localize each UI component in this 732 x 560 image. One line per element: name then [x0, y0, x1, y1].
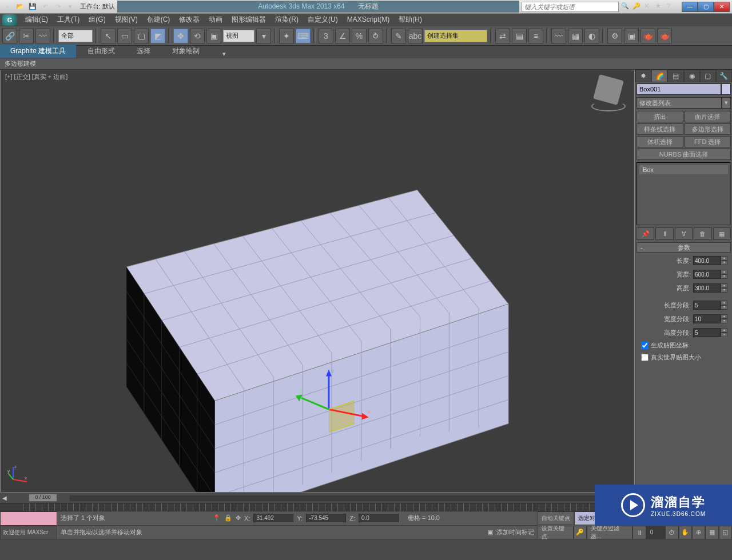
link-icon[interactable]: 🔗 — [2, 29, 17, 43]
width-segs-input[interactable] — [693, 314, 721, 323]
undo-icon[interactable]: ↶ — [40, 2, 50, 12]
ribbon-tab[interactable]: 对象绘制 — [162, 45, 210, 58]
schematic-icon[interactable]: ▦ — [568, 29, 583, 43]
snap-3-icon[interactable]: 3 — [319, 29, 333, 43]
set-key-button[interactable]: 设置关键点 — [538, 526, 574, 539]
viewport[interactable]: [+] [正交] [真实 + 边面] — [0, 70, 635, 493]
mirror-icon[interactable]: ⇄ — [495, 29, 510, 43]
named-selection-dropdown[interactable]: 创建选择集 — [424, 30, 487, 42]
menu-item[interactable]: 修改器 — [174, 14, 204, 25]
real-world-checkbox[interactable] — [641, 354, 649, 361]
modifier-stack[interactable]: Box — [636, 162, 731, 225]
new-icon[interactable]: ▫ — [2, 2, 13, 12]
curve-editor-icon[interactable]: 〰 — [551, 29, 566, 43]
exchange-icon[interactable]: ✕ — [644, 2, 654, 11]
help-icon[interactable]: ? — [667, 2, 677, 11]
absolute-mode-icon[interactable]: ✥ — [236, 514, 241, 522]
modifier-set-button[interactable]: FFD 选择 — [685, 136, 731, 147]
pan-icon[interactable]: ✋ — [679, 526, 692, 539]
modify-tab-icon[interactable]: 🌈 — [651, 70, 667, 82]
key-icon[interactable]: 🔑 — [632, 2, 643, 11]
modifier-set-button[interactable]: 面片选择 — [685, 111, 731, 122]
gen-mapping-checkbox[interactable] — [641, 342, 649, 349]
menu-item[interactable]: 编辑(E) — [21, 14, 53, 25]
make-unique-icon[interactable]: ∀ — [675, 227, 693, 240]
modifier-set-button[interactable]: 体积选择 — [636, 136, 683, 147]
x-coord-input[interactable]: 31.492 — [253, 514, 293, 522]
maximize-button[interactable]: ▢ — [698, 2, 714, 12]
spinner-down-icon[interactable]: ▾ — [721, 261, 727, 265]
named-sel-text-icon[interactable]: abc — [408, 29, 423, 43]
help-search-input[interactable] — [522, 2, 619, 12]
hierarchy-tab-icon[interactable]: ▤ — [667, 70, 683, 82]
manipulate-icon[interactable]: ✦ — [279, 29, 294, 43]
menu-item[interactable]: 动画 — [204, 14, 227, 25]
object-color-swatch[interactable] — [721, 83, 731, 95]
lock-selection-icon[interactable]: 🔒 — [224, 514, 232, 522]
height-input[interactable] — [693, 283, 721, 293]
save-icon[interactable]: 💾 — [27, 2, 38, 12]
render-setup-icon[interactable]: ⚙ — [607, 29, 622, 43]
current-frame-input[interactable]: 0 — [646, 526, 665, 539]
min-max-toggle-icon[interactable]: ◱ — [719, 526, 732, 539]
length-segs-input[interactable] — [693, 301, 721, 310]
move-tool-icon[interactable]: ✥ — [173, 29, 188, 43]
width-input[interactable] — [693, 270, 721, 279]
configure-sets-icon[interactable]: ▦ — [713, 227, 731, 240]
orbit-icon[interactable]: ⊕ — [692, 526, 705, 539]
selection-filter-dropdown[interactable]: 全部 — [58, 30, 93, 42]
ribbon-tab[interactable]: Graphite 建模工具 — [0, 45, 76, 58]
pin-stack-icon[interactable]: 📌 — [636, 227, 654, 240]
stack-item-box[interactable]: Box — [639, 165, 728, 174]
time-tag-button[interactable]: 添加时间标记 — [496, 528, 534, 537]
ribbon-panel-label[interactable]: 多边形建模 — [0, 58, 732, 70]
menu-item[interactable]: 帮助(H) — [394, 14, 427, 25]
z-coord-input[interactable]: 0.0 — [359, 514, 399, 522]
unlink-icon[interactable]: ✂ — [19, 29, 34, 43]
maxscript-output[interactable]: 欢迎使用 MAXScr — [0, 526, 57, 540]
menu-item[interactable]: 创建(C) — [142, 14, 175, 25]
select-region-icon[interactable]: ▢ — [134, 29, 149, 43]
app-menu-icon[interactable]: G — [2, 14, 17, 26]
spinner-snap-icon[interactable]: ⥁ — [368, 29, 383, 43]
modifier-list-dropdown[interactable]: 修改器列表 — [636, 97, 722, 109]
ref-coord-dropdown[interactable]: 视图 — [223, 30, 254, 42]
time-slider-thumb[interactable]: 0 / 100 — [29, 494, 57, 502]
ribbon-tab[interactable]: 选择 — [126, 45, 161, 58]
menu-item[interactable]: 工具(T) — [53, 14, 84, 25]
minimize-button[interactable]: — — [682, 2, 698, 12]
close-button[interactable]: ✕ — [714, 2, 730, 12]
modifier-set-button[interactable]: 多边形选择 — [685, 123, 731, 135]
key-toggle-icon[interactable]: ⏸ — [632, 526, 646, 539]
open-icon[interactable]: 📂 — [15, 2, 25, 12]
menu-item[interactable]: 自定义(U) — [303, 14, 343, 25]
material-editor-icon[interactable]: ◐ — [584, 29, 599, 43]
menu-item[interactable]: MAXScript(M) — [343, 14, 395, 25]
window-crossing-icon[interactable]: ◩ — [150, 29, 165, 43]
modifier-set-button[interactable]: 样条线选择 — [636, 123, 683, 135]
project-icon[interactable]: ▾ — [65, 2, 75, 12]
remove-mod-icon[interactable]: 🗑 — [694, 227, 711, 240]
render-frame-icon[interactable]: ▣ — [624, 29, 639, 43]
render-icon[interactable]: 🫖 — [640, 29, 655, 43]
angle-snap-icon[interactable]: ∠ — [335, 29, 350, 43]
chevron-down-icon[interactable]: ▾ — [722, 97, 731, 109]
edit-named-sel-icon[interactable]: ✎ — [391, 29, 406, 43]
maximize-viewport-icon[interactable]: ▦ — [705, 526, 718, 539]
auto-key-button[interactable]: 自动关键点 — [538, 511, 574, 525]
motion-tab-icon[interactable]: ◉ — [684, 70, 700, 82]
length-input[interactable] — [693, 256, 721, 265]
redo-icon[interactable]: ↷ — [53, 2, 63, 12]
menu-item[interactable]: 渲染(R) — [270, 14, 303, 25]
select-icon[interactable]: ↖ — [101, 29, 116, 43]
select-name-icon[interactable]: ▭ — [117, 29, 132, 43]
height-segs-input[interactable] — [693, 328, 721, 337]
utilities-tab-icon[interactable]: 🔧 — [716, 70, 732, 82]
ribbon-expand-icon[interactable]: ▾ — [222, 50, 226, 58]
key-mode-icon[interactable]: 🔑 — [574, 526, 587, 539]
menu-item[interactable]: 图形编辑器 — [227, 14, 270, 25]
render-prod-icon[interactable]: 🫖 — [657, 29, 672, 43]
y-coord-input[interactable]: -73.545 — [306, 514, 346, 522]
binoculars-icon[interactable]: 🔍 — [621, 2, 631, 11]
scale-tool-icon[interactable]: ▣ — [206, 29, 221, 43]
